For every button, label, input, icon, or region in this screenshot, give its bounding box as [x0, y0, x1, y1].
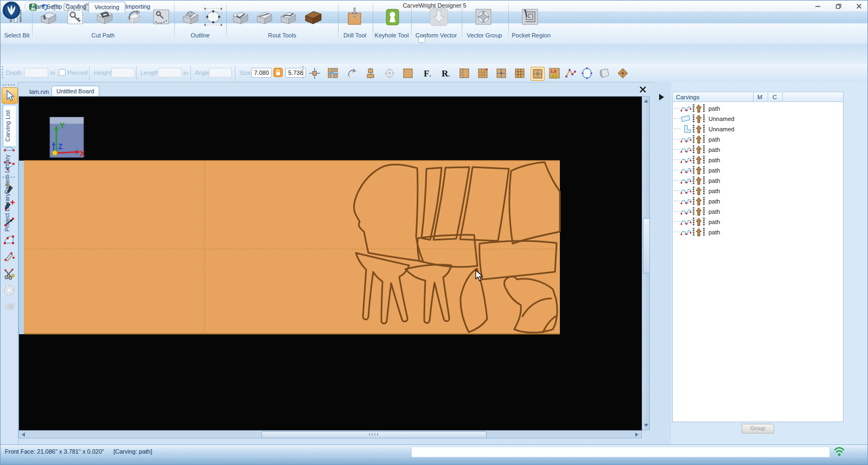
- carving-list-item[interactable]: path: [673, 227, 843, 237]
- scroll-up-arrow-icon[interactable]: [644, 99, 648, 103]
- tree-branch-line: [674, 160, 680, 160]
- palette-grip[interactable]: [3, 84, 16, 86]
- rout-vbit-button[interactable]: [228, 3, 252, 30]
- collapse-panel-button[interactable]: [659, 93, 664, 103]
- maximize-button[interactable]: [834, 2, 843, 10]
- align-center-vertical-button[interactable]: [364, 67, 377, 80]
- outline-stamp-button[interactable]: [178, 3, 202, 30]
- carving-list-item[interactable]: path: [673, 134, 843, 144]
- column-divider: [703, 218, 705, 226]
- cut-path-region-button[interactable]: [63, 3, 87, 30]
- angle-input[interactable]: [209, 68, 232, 78]
- column-separator: [768, 92, 768, 101]
- rotate-button[interactable]: [346, 67, 359, 80]
- circle-region-tool-disabled[interactable]: [2, 283, 17, 298]
- diamond-region-button[interactable]: [616, 67, 629, 80]
- cut-path-hole-button[interactable]: [93, 3, 117, 30]
- cut-path-saw-button[interactable]: [36, 3, 60, 30]
- carving-list-item[interactable]: Unnamed: [673, 113, 843, 124]
- toolbar-grip[interactable]: [2, 66, 3, 80]
- close-view-button[interactable]: [639, 85, 647, 94]
- select-tool[interactable]: [2, 87, 18, 104]
- scroll-left-arrow-icon[interactable]: [22, 432, 25, 437]
- length-input[interactable]: [158, 68, 182, 78]
- drill-tool-button[interactable]: [342, 3, 366, 30]
- carve-direction-up-icon: [695, 145, 703, 154]
- axis-z-label: Z: [58, 142, 63, 151]
- carvings-header-title[interactable]: Carvings: [676, 94, 699, 100]
- align-objects-button[interactable]: [327, 67, 340, 80]
- conform-vector-button[interactable]: [427, 3, 451, 30]
- board-guides-button[interactable]: [531, 67, 545, 81]
- carving-list-item[interactable]: Unnamed: [673, 124, 843, 134]
- rout-curve-button[interactable]: [276, 3, 300, 30]
- keyhole-tool-button[interactable]: [380, 3, 404, 30]
- field-separator: [235, 66, 235, 80]
- carving-list-item[interactable]: path: [673, 155, 843, 165]
- doc-tab-untitled-board[interactable]: Untitled Board: [52, 86, 99, 96]
- bezier-nodes-button[interactable]: [564, 67, 577, 80]
- zoom-scale-button[interactable]: 1.0: [548, 67, 561, 80]
- outline-vector-button[interactable]: [201, 3, 225, 30]
- path-icon: [680, 187, 692, 195]
- height-input[interactable]: [111, 68, 135, 78]
- scissors-tool[interactable]: [2, 266, 17, 282]
- center-point-button[interactable]: [383, 67, 396, 80]
- path-icon: [680, 197, 692, 206]
- canvas-horizontal-scrollbar[interactable]: [18, 430, 642, 438]
- column-header-c[interactable]: C: [773, 94, 777, 100]
- doc-tab-lam-rvn[interactable]: lam.rvn: [25, 87, 53, 97]
- toolbar-grip[interactable]: [302, 66, 304, 80]
- carve-direction-up-icon: [695, 114, 703, 123]
- carving-list-item[interactable]: path: [673, 103, 843, 113]
- board-grid-snap-button[interactable]: [513, 67, 526, 80]
- column-divider: [693, 104, 694, 112]
- carving-list-item[interactable]: path: [673, 175, 843, 186]
- carving-list-item[interactable]: path: [673, 196, 843, 206]
- pierced-checkbox[interactable]: [59, 69, 66, 76]
- vector-group-button[interactable]: [471, 3, 495, 30]
- pocket-region-button[interactable]: [518, 3, 542, 30]
- depth-label: Depth: [6, 69, 22, 76]
- cut-path-arc-button[interactable]: [149, 3, 173, 30]
- carving-list-item[interactable]: path: [673, 165, 843, 175]
- canvas-vertical-scrollbar[interactable]: [642, 96, 650, 430]
- close-button[interactable]: [854, 2, 863, 10]
- board-crosshair-button[interactable]: [495, 67, 508, 80]
- tree-branch-line: [674, 108, 680, 109]
- column-divider: [703, 145, 705, 154]
- group-button[interactable]: Group: [742, 424, 774, 434]
- carving-list-item[interactable]: path: [673, 216, 843, 227]
- side-tab-project-library[interactable]: Project Library: [3, 189, 16, 236]
- rout-line-button[interactable]: [252, 3, 276, 30]
- depth-input[interactable]: [24, 68, 48, 78]
- group-label-rout-tools: Rout Tools: [228, 32, 336, 39]
- carving-list-item[interactable]: path: [673, 144, 843, 155]
- shell-stamp-icon: [180, 6, 201, 28]
- center-on-board-button[interactable]: [308, 67, 321, 80]
- board-plain-button[interactable]: [401, 67, 414, 80]
- column-header-m[interactable]: M: [757, 94, 762, 100]
- flip-horizontal-button[interactable]: F: [420, 67, 433, 80]
- minimize-button[interactable]: [813, 2, 822, 10]
- size-width-input[interactable]: 7.080: [251, 68, 272, 78]
- scroll-right-arrow-icon[interactable]: [635, 432, 639, 437]
- design-canvas[interactable]: Y Z X: [18, 96, 642, 431]
- board-grid-button[interactable]: [476, 67, 489, 80]
- carving-list-item[interactable]: path: [673, 186, 843, 196]
- vertical-scroll-thumb[interactable]: [643, 218, 650, 273]
- side-tab-carving-list[interactable]: Carving List: [3, 105, 16, 147]
- board-3d-view-button[interactable]: [598, 67, 611, 80]
- cut-path-flip-button[interactable]: [122, 3, 146, 30]
- ellipse-nodes-button[interactable]: [580, 67, 593, 80]
- carving-list-item[interactable]: path: [673, 206, 843, 216]
- merge-regions-tool-disabled[interactable]: [2, 299, 17, 314]
- flip-vertical-button[interactable]: R: [439, 67, 452, 80]
- scroll-down-arrow-icon[interactable]: [644, 424, 648, 427]
- carving-item-label: path: [709, 188, 720, 194]
- cut-segment-tool[interactable]: [2, 249, 17, 264]
- aspect-lock-icon[interactable]: [273, 68, 283, 77]
- tree-branch-line: [674, 201, 680, 201]
- rout-beam-button[interactable]: [301, 3, 325, 30]
- board-ruler-button[interactable]: [458, 67, 471, 80]
